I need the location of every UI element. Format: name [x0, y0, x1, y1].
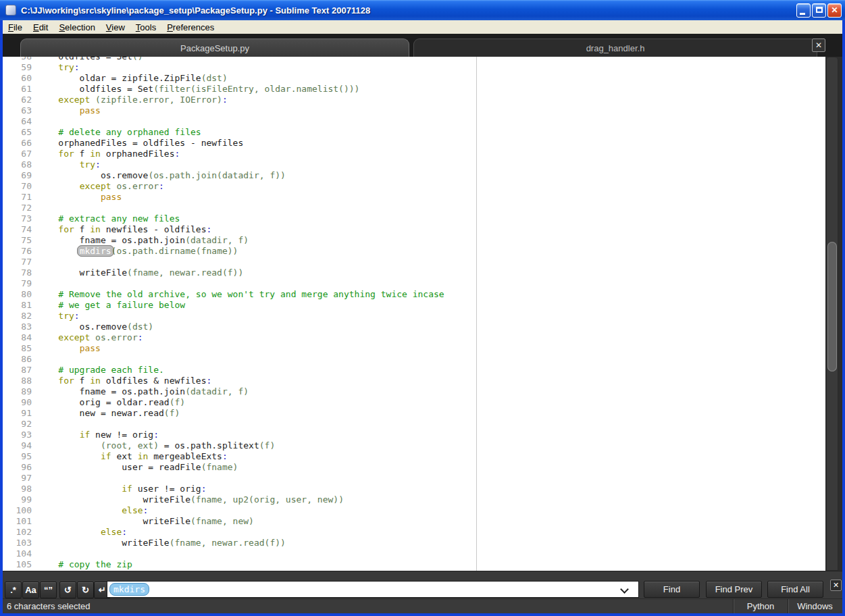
code-text: if ext in mergeableExts: [37, 451, 228, 462]
title-bar[interactable]: C:\JJ\working\src\skyline\package_setup\… [0, 0, 845, 20]
line-number: 76 [3, 246, 32, 257]
chevron-down-icon[interactable] [620, 585, 629, 594]
close-button[interactable]: ✕ [827, 3, 842, 18]
line-number: 92 [3, 419, 32, 430]
line-number: 70 [3, 181, 32, 192]
menu-selection[interactable]: Selection [53, 22, 100, 33]
whole-word-toggle-icon[interactable]: “” [40, 582, 57, 598]
code-line: 105 # copy the zip [3, 559, 476, 570]
syntax-selector[interactable]: Python [733, 599, 788, 614]
line-number: 83 [3, 322, 32, 332]
tabbar-close-button[interactable]: ✕ [812, 38, 825, 52]
line-number: 105 [3, 559, 32, 570]
secondary-pane[interactable] [477, 57, 825, 571]
code-line: 88 for f in oldfiles & newfiles: [3, 376, 476, 386]
sublime-text-window: C:\JJ\working\src\skyline\package_setup\… [0, 0, 845, 616]
code-text: pass [37, 105, 101, 116]
menu-edit[interactable]: Edit [28, 22, 53, 33]
in-selection-toggle-icon[interactable]: ↻ [77, 582, 94, 598]
status-message: 6 characters selected [7, 601, 91, 611]
code-text: new = newar.read(f) [37, 408, 180, 419]
menu-bar: FileEditSelectionViewToolsPreferences [3, 20, 842, 34]
code-text: try: [37, 62, 80, 73]
line-number: 64 [3, 116, 32, 127]
code-text: try: [37, 159, 101, 170]
scrollbar-zone [825, 57, 842, 571]
tab-packagesetup-py[interactable]: PackageSetup.py [20, 38, 409, 57]
code-line: 98 if user != orig: [3, 484, 476, 494]
code-text: except os.error: [37, 332, 143, 343]
line-number: 104 [3, 548, 32, 559]
code-line: 97 [3, 473, 476, 484]
code-text: oldfiles = Set() [37, 57, 143, 62]
find-all-button[interactable]: Find All [767, 581, 823, 598]
code-line: 101 writeFile(fname, new) [3, 516, 476, 527]
vertical-scrollbar-track[interactable] [826, 57, 838, 571]
code-editor[interactable]: 58 oldfiles = Set()59 try:60 oldar = zip… [3, 57, 476, 571]
regex-toggle-icon[interactable]: .* [5, 582, 22, 598]
code-line: 78 writeFile(fname, newar.read(f)) [3, 267, 476, 278]
line-number: 66 [3, 138, 32, 149]
find-bar: ↵↻↺“”Aa.* mkdirs Find Find Prev Find All… [3, 571, 842, 598]
find-bar-close-button[interactable]: ✕ [830, 580, 842, 591]
line-number: 98 [3, 484, 32, 494]
code-text: if new != orig: [37, 430, 159, 440]
minimize-button[interactable] [796, 3, 811, 18]
code-text: # delete any orphaned files [37, 127, 201, 138]
code-line: 64 [3, 116, 476, 127]
line-number: 95 [3, 451, 32, 462]
window-title: C:\JJ\working\src\skyline\package_setup\… [21, 5, 370, 16]
code-line: 85 pass [3, 343, 476, 354]
case-sensitive-toggle-icon[interactable]: Aa [22, 582, 39, 598]
menu-tools[interactable]: Tools [130, 22, 161, 33]
tab-drag-handler-h[interactable]: drag_handler.h [413, 38, 817, 57]
window-border-bottom [0, 613, 845, 616]
code-line: 72 [3, 203, 476, 213]
line-number: 101 [3, 516, 32, 527]
code-line: 77 [3, 257, 476, 267]
window-border-right [842, 20, 845, 616]
line-number: 100 [3, 505, 32, 516]
find-button[interactable]: Find [644, 581, 700, 598]
code-line: 62 except (zipfile.error, IOError): [3, 95, 476, 105]
line-number: 63 [3, 105, 32, 116]
code-line: 103 writeFile(fname, newar.read(f)) [3, 538, 476, 548]
line-number: 103 [3, 538, 32, 548]
line-number: 65 [3, 127, 32, 138]
code-line: 73 # extract any new files [3, 213, 476, 224]
code-text: mkdirs(os.path.dirname(fname)) [37, 246, 238, 257]
code-text: oldfiles = Set(filter(isFileEntry, oldar… [37, 84, 359, 95]
code-line: 63 pass [3, 105, 476, 116]
code-text: # copy the zip [37, 559, 132, 570]
line-number: 59 [3, 62, 32, 73]
selected-text: mkdirs [77, 245, 114, 257]
line-number: 96 [3, 462, 32, 473]
code-line: 96 user = readFile(fname) [3, 462, 476, 473]
line-number: 93 [3, 430, 32, 440]
menu-view[interactable]: View [101, 22, 130, 33]
menu-file[interactable]: File [3, 22, 28, 33]
line-number: 82 [3, 311, 32, 322]
vertical-scrollbar-thumb[interactable] [827, 242, 837, 371]
line-number: 94 [3, 440, 32, 451]
code-line: 80 # Remove the old archive, so we won't… [3, 289, 476, 300]
code-line: 81 # we get a failure below [3, 300, 476, 311]
code-line: 90 orig = oldar.read(f) [3, 397, 476, 408]
line-endings-selector[interactable]: Windows [788, 599, 842, 614]
menu-preferences[interactable]: Preferences [161, 22, 220, 33]
code-line: 68 try: [3, 159, 476, 170]
wrap-toggle-icon[interactable]: ↺ [59, 582, 76, 598]
line-number: 91 [3, 408, 32, 419]
code-line: 67 for f in orphanedFiles: [3, 149, 476, 159]
line-number: 90 [3, 397, 32, 408]
find-prev-button[interactable]: Find Prev [706, 581, 762, 598]
code-line: 76 mkdirs(os.path.dirname(fname)) [3, 246, 476, 257]
code-text: writeFile(fname, newar.read(f)) [37, 267, 243, 278]
line-number: 62 [3, 95, 32, 105]
line-number: 86 [3, 354, 32, 365]
find-input[interactable]: mkdirs [107, 581, 639, 598]
maximize-button[interactable] [812, 3, 826, 18]
line-number: 68 [3, 159, 32, 170]
code-text: pass [37, 192, 122, 203]
code-text: except (zipfile.error, IOError): [37, 95, 228, 105]
